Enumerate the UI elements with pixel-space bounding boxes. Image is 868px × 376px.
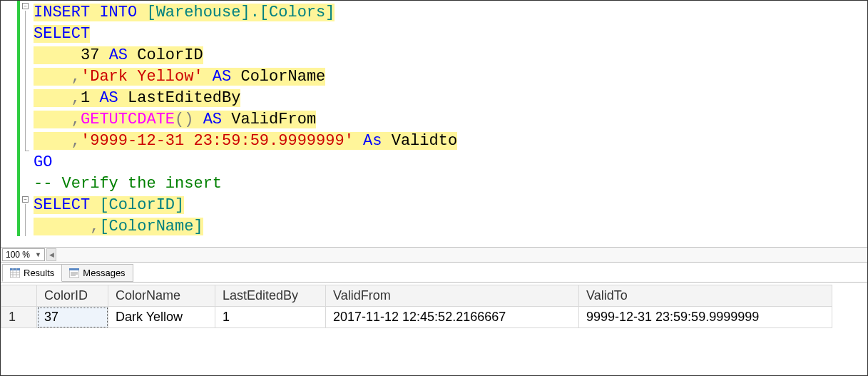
kw-select: SELECT (34, 25, 90, 43)
col-colorname-sel: [ColorName] (99, 218, 203, 235)
comma-1: , (71, 68, 81, 86)
tab-results[interactable]: Results (2, 264, 62, 282)
zoom-dropdown[interactable]: 100 % ▼ (2, 248, 45, 261)
fold-toggle-top[interactable]: − (22, 3, 29, 9)
svg-rect-7 (69, 268, 79, 270)
alias-colorid: ColorID (137, 46, 203, 64)
comma-4: , (71, 132, 81, 150)
tab-messages[interactable]: Messages (61, 264, 133, 282)
editor-gutter: − − (1, 1, 29, 247)
chevron-down-icon: ▼ (35, 251, 41, 258)
comma-5: , (90, 218, 99, 235)
kw-as-5: As (363, 132, 382, 150)
str-far-date: '9999-12-31 23:59:59.9999999' (81, 132, 354, 150)
val-37: 37 (81, 46, 99, 64)
col-header-validto[interactable]: ValidTo (579, 285, 832, 307)
cell-validfrom[interactable]: 2017-11-12 12:45:52.2166667 (326, 307, 579, 328)
fold-toggle-bottom[interactable]: − (22, 196, 29, 203)
comment-verify: -- Verify the insert (34, 175, 222, 193)
messages-icon (69, 268, 79, 278)
row-header-corner[interactable] (1, 285, 37, 307)
kw-as-4: AS (203, 111, 222, 128)
alias-lasteditedby: LastEditedBy (128, 89, 240, 107)
table-row[interactable]: 1 37 Dark Yellow 1 2017-11-12 12:45:52.2… (1, 307, 832, 328)
fold-line-2 (25, 204, 26, 236)
cell-lasteditedby[interactable]: 1 (215, 307, 326, 328)
tab-results-label: Results (24, 268, 54, 278)
results-table[interactable]: ColorID ColorName LastEditedBy ValidFrom… (1, 285, 832, 328)
col-header-validfrom[interactable]: ValidFrom (326, 285, 579, 307)
kw-as-2: AS (213, 68, 231, 86)
cell-validto[interactable]: 9999-12-31 23:59:59.9999999 (579, 307, 832, 328)
svg-rect-1 (10, 268, 20, 270)
tbl-name: [Warehouse].[Colors] (146, 4, 335, 21)
kw-as-1: AS (109, 46, 128, 64)
kw-as-3: AS (99, 89, 118, 107)
sql-code-area[interactable]: INSERT INTO [Warehouse].[Colors] SELECT … (29, 1, 867, 247)
alias-validfrom: ValidFrom (231, 111, 316, 128)
results-grid-icon (10, 268, 20, 278)
val-1: 1 (81, 89, 90, 107)
hscroll-left-button[interactable]: ◀ (46, 248, 56, 261)
col-header-colorname[interactable]: ColorName (108, 285, 215, 307)
row-number-1[interactable]: 1 (1, 307, 37, 328)
zoom-value: 100 % (6, 250, 30, 260)
comma-3: , (71, 111, 81, 128)
comma-2: , (71, 89, 81, 107)
cell-colorname[interactable]: Dark Yellow (108, 307, 215, 328)
fold-line-1 (25, 11, 26, 151)
kw-select-2: SELECT (34, 196, 90, 214)
results-tabs-bar: Results Messages (1, 263, 867, 283)
func-getutcdate: GETUTCDATE (81, 111, 175, 128)
kw-insert-into: INSERT INTO (34, 4, 137, 21)
col-header-colorid[interactable]: ColorID (37, 285, 108, 307)
col-header-lasteditedby[interactable]: LastEditedBy (215, 285, 326, 307)
fold-foot-1 (25, 151, 29, 151)
sql-editor-pane: − − INSERT INTO [Warehouse].[Colors] SEL… (1, 1, 867, 247)
alias-colorname: ColorName (240, 68, 325, 86)
results-grid-wrap: ColorID ColorName LastEditedBy ValidFrom… (1, 283, 867, 328)
col-colorid-sel: [ColorID] (99, 196, 184, 214)
cell-colorid[interactable]: 37 (37, 307, 108, 328)
change-indicator-bar (17, 1, 20, 236)
zoom-bar: 100 % ▼ ◀ (1, 247, 867, 263)
parens: () (175, 111, 193, 128)
alias-validto: Validto (392, 132, 457, 150)
str-darkyellow: 'Dark Yellow' (81, 68, 203, 86)
kw-go: GO (34, 153, 52, 171)
tab-messages-label: Messages (83, 268, 125, 278)
table-header-row: ColorID ColorName LastEditedBy ValidFrom… (1, 285, 832, 307)
